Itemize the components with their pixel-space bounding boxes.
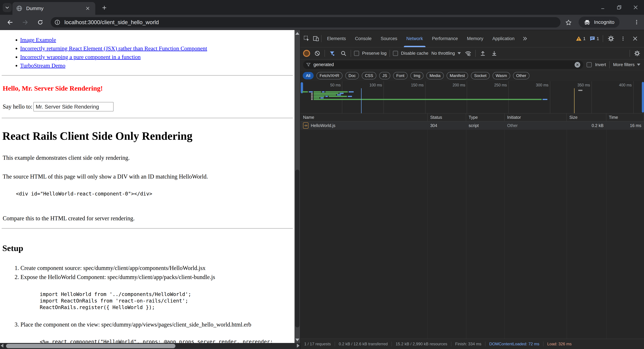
- devtools-menu-button[interactable]: [619, 34, 627, 43]
- devtools-tabbar: ElementsConsoleSourcesNetworkPerformance…: [300, 30, 644, 47]
- network-table-header: NameStatusTypeInitiatorSizeTime: [300, 113, 644, 121]
- vertical-scrollbar-thumb[interactable]: [295, 170, 300, 327]
- column-header-time[interactable]: Time: [606, 113, 644, 121]
- setup-step-3: Place the component on the view: spec/du…: [20, 321, 294, 328]
- more-filters-button[interactable]: More filters: [613, 62, 641, 67]
- name-input[interactable]: [33, 102, 114, 111]
- invert-label[interactable]: Invert: [595, 62, 606, 67]
- network-settings-button[interactable]: [633, 49, 641, 58]
- close-window-button[interactable]: [632, 4, 639, 11]
- record-network-log-button[interactable]: [303, 50, 310, 57]
- devtools-settings-button[interactable]: [607, 34, 615, 43]
- filter-chip-media[interactable]: Media: [426, 72, 444, 79]
- disable-cache-label[interactable]: Disable cache: [401, 51, 428, 56]
- devtools-close-button[interactable]: [631, 34, 639, 43]
- preserve-log-checkbox[interactable]: [354, 51, 359, 56]
- column-header-size[interactable]: Size: [567, 113, 606, 121]
- request-waterfall-bar: [322, 91, 324, 93]
- timeline-gridline: [425, 81, 426, 113]
- tab-performance[interactable]: Performance: [428, 30, 462, 47]
- tab-application[interactable]: Application: [488, 30, 519, 47]
- column-header-type[interactable]: Type: [466, 113, 504, 121]
- bookmark-button[interactable]: [564, 18, 573, 27]
- clear-network-log-button[interactable]: [313, 49, 322, 58]
- search-network-button[interactable]: [339, 49, 348, 58]
- filter-chip-css[interactable]: CSS: [362, 72, 376, 79]
- column-header-name[interactable]: Name: [300, 113, 428, 121]
- back-button[interactable]: [5, 17, 16, 28]
- column-header-status[interactable]: Status: [428, 113, 466, 121]
- site-info-icon[interactable]: [54, 19, 60, 25]
- scroll-left-arrow[interactable]: [1, 344, 3, 348]
- address-bar[interactable]: localhost:3000/client_side_hello_world: [51, 17, 560, 28]
- browser-menu-button[interactable]: [632, 18, 641, 27]
- page-link[interactable]: Image Example: [20, 37, 56, 43]
- reload-button[interactable]: [35, 17, 46, 28]
- device-toolbar-button[interactable]: [312, 34, 320, 43]
- warnings-badge[interactable]: 1: [576, 36, 586, 42]
- scroll-right-arrow[interactable]: [297, 344, 300, 348]
- browser-tab[interactable]: Dummy: [12, 2, 95, 15]
- filter-chip-fetchxhr[interactable]: Fetch/XHR: [316, 72, 342, 79]
- filter-chip-all[interactable]: All: [303, 72, 314, 79]
- timeline-gridline: [342, 81, 342, 113]
- timeline-gridline: [550, 81, 550, 113]
- filter-chip-font[interactable]: Font: [393, 72, 408, 79]
- preserve-log-label[interactable]: Preserve log: [362, 51, 386, 56]
- restore-button[interactable]: [616, 4, 623, 11]
- filter-chip-wasm[interactable]: Wasm: [492, 72, 510, 79]
- forward-button[interactable]: [20, 17, 30, 28]
- minimize-button[interactable]: [599, 4, 606, 11]
- column-divider[interactable]: [428, 121, 428, 339]
- clear-filter-button[interactable]: [574, 62, 580, 68]
- timeline-tick-label: 150 ms: [411, 83, 424, 87]
- filter-chip-socket[interactable]: Socket: [471, 72, 490, 79]
- more-tabs-button[interactable]: [520, 36, 530, 41]
- tab-memory[interactable]: Memory: [462, 30, 488, 47]
- page-link[interactable]: Incorrectly wrapping a pure component in…: [20, 54, 140, 60]
- filter-toggle-button[interactable]: [328, 49, 336, 58]
- overview-handle-right[interactable]: [642, 82, 644, 113]
- code-block-register: import HelloWorld from '../components/He…: [40, 291, 294, 310]
- scroll-up-arrow[interactable]: [294, 32, 300, 35]
- page-link[interactable]: TurboStream Demo: [20, 62, 66, 69]
- request-waterfall-bar: [348, 96, 352, 97]
- url-text[interactable]: localhost:3000/client_side_hello_world: [64, 19, 159, 26]
- tab-search-button[interactable]: [3, 3, 12, 12]
- network-conditions-button[interactable]: [464, 49, 472, 58]
- invert-checkbox[interactable]: [587, 62, 592, 67]
- filter-chip-img[interactable]: Img: [410, 72, 424, 79]
- table-row[interactable]: <>HelloWorld.js304scriptOther0.2 kB16 ms: [300, 121, 644, 130]
- page-link[interactable]: Incorrectly returning React Element (JSX…: [20, 45, 207, 52]
- network-overview-timeline[interactable]: 50 ms100 ms150 ms200 ms250 ms300 ms350 m…: [300, 81, 644, 113]
- timeline-gridline: [384, 81, 384, 113]
- throttling-select[interactable]: No throttling: [431, 51, 461, 56]
- filter-chip-doc[interactable]: Doc: [345, 72, 359, 79]
- horizontal-scrollbar-thumb[interactable]: [6, 344, 176, 348]
- column-header-initiator[interactable]: Initiator: [504, 113, 567, 121]
- timeline-gridline: [633, 81, 634, 113]
- filter-chip-js[interactable]: JS: [379, 72, 390, 79]
- inspect-element-button[interactable]: [302, 34, 311, 43]
- tab-console[interactable]: Console: [350, 30, 376, 47]
- vertical-scrollbar[interactable]: [294, 30, 300, 343]
- tab-close-button[interactable]: [84, 5, 92, 12]
- filter-input[interactable]: [313, 62, 572, 68]
- tab-sources[interactable]: Sources: [376, 30, 402, 47]
- tab-elements[interactable]: Elements: [322, 30, 350, 47]
- disable-cache-checkbox[interactable]: [393, 51, 398, 56]
- messages-badge[interactable]: 1: [589, 36, 599, 42]
- filter-chip-manifest[interactable]: Manifest: [446, 72, 468, 79]
- tab-network[interactable]: Network: [402, 30, 428, 47]
- import-har-button[interactable]: [490, 49, 498, 58]
- scroll-down-arrow[interactable]: [294, 338, 300, 341]
- browser-window: { "browser": { "tab_title": "Dummy", "ur…: [0, 0, 644, 349]
- column-divider[interactable]: [606, 121, 606, 339]
- column-divider[interactable]: [466, 121, 466, 339]
- status-item: 0.2 kB / 12.6 kB transferred: [335, 341, 392, 346]
- new-tab-button[interactable]: [100, 3, 109, 12]
- column-divider[interactable]: [504, 121, 505, 339]
- filter-chip-other[interactable]: Other: [513, 72, 530, 79]
- horizontal-scrollbar[interactable]: [0, 343, 300, 349]
- export-har-button[interactable]: [479, 49, 487, 58]
